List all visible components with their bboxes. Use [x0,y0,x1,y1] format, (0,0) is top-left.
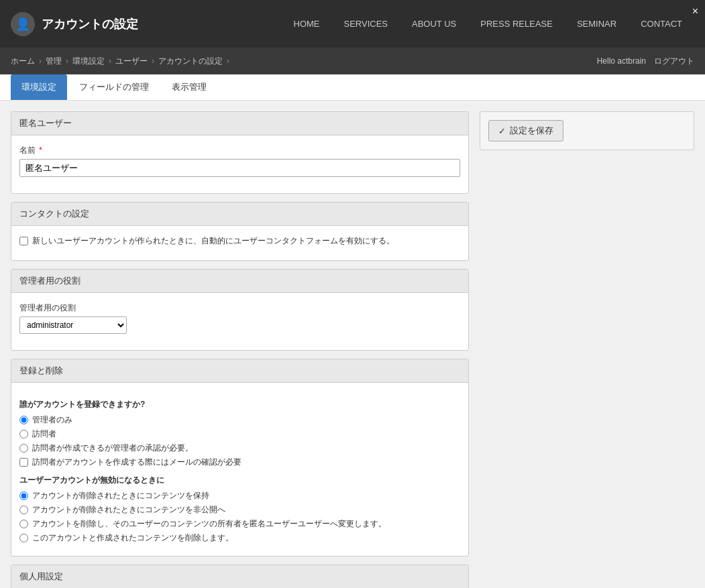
anonymous-section-header: 匿名ユーザー [11,112,468,135]
radio-delete-input[interactable] [19,534,28,542]
admin-role-body: 管理者用の役割 administrator [11,293,468,350]
breadcrumb-sep-1: › [39,56,42,66]
breadcrumb-sep-5: › [227,56,229,66]
breadcrumb: ホーム › 管理 › 環境設定 › ユーザー › アカウントの設定 › Hell… [0,48,705,74]
radio-admin-label: 管理者のみ [32,414,72,426]
radio-visitor-approval: 訪問者が作成できるが管理者の承認が必要。 [19,443,460,454]
contact-section-body: 新しいユーザーアカウントが作られたときに、自動的にユーザーコンタクトフォームを有… [11,226,468,260]
nav-press[interactable]: PRESS RELEASE [468,0,565,48]
breadcrumb-sep-3: › [109,56,111,66]
main-content: 匿名ユーザー 名前 * コンタクトの設定 新しいユーザーアカウントが作られたとき… [0,101,705,588]
admin-role-section: 管理者用の役割 管理者用の役割 administrator [11,269,469,351]
right-column: ✓ 設定を保存 [480,111,694,588]
nav-home[interactable]: HOME [282,0,332,48]
save-button[interactable]: ✓ 設定を保存 [488,120,563,141]
contact-section-header: コンタクトの設定 [11,202,468,226]
top-navigation: 👤 アカウントの設定 HOME SERVICES ABOUT US PRESS … [0,0,705,48]
left-column: 匿名ユーザー 名前 * コンタクトの設定 新しいユーザーアカウントが作られたとき… [11,111,469,588]
breadcrumb-sep-4: › [152,56,154,66]
tab-display[interactable]: 表示管理 [161,74,217,100]
checkbox-visitor-email: 訪問者がアカウントを作成する際にはメールの確認が必要 [19,457,460,468]
personal-header: 個人用設定 [11,565,468,588]
nav-seminar[interactable]: SEMINAR [565,0,629,48]
registration-header: 登録と削除 [11,359,468,383]
nav-contact[interactable]: CONTACT [629,0,694,48]
radio-visitor: 訪問者 [19,428,460,440]
personal-section: 個人用設定 署名の有効化 ユーザーアバターを有効にします。 [11,565,469,588]
save-icon: ✓ [498,126,506,136]
hello-text: Hello actbrain [597,56,646,66]
admin-role-select[interactable]: administrator [19,316,127,334]
name-label: 名前 * [19,145,460,156]
save-label: 設定を保存 [510,125,553,137]
contact-checkbox[interactable] [19,237,28,245]
site-logo: 👤 アカウントの設定 [11,12,138,36]
breadcrumb-home[interactable]: ホーム [11,56,35,67]
nav-about[interactable]: ABOUT US [400,0,468,48]
nav-services[interactable]: SERVICES [332,0,400,48]
radio-keep-input[interactable] [19,491,28,500]
name-input[interactable] [19,159,460,177]
close-icon[interactable]: × [692,5,698,17]
radio-unpublish-input[interactable] [19,506,28,514]
radio-visitor-approval-label: 訪問者が作成できるが管理者の承認が必要。 [32,443,193,454]
radio-visitor-approval-input[interactable] [19,444,28,453]
breadcrumb-user[interactable]: ユーザー [115,56,148,67]
checkbox-visitor-email-label: 訪問者がアカウントを作成する際にはメールの確認が必要 [32,457,241,468]
breadcrumb-env[interactable]: 環境設定 [72,56,105,67]
logout-link[interactable]: ログアウト [654,56,694,67]
radio-anon: アカウントを削除し、そのユーザーのコンテンツの所有者を匿名ユーザーユーザーへ変更… [19,518,460,530]
save-box: ✓ 設定を保存 [480,111,694,150]
tab-environment[interactable]: 環境設定 [11,74,67,100]
registration-section: 登録と削除 誰がアカウントを登録できますか? 管理者のみ 訪問者 訪問者が作成で… [11,359,469,556]
breadcrumb-left: ホーム › 管理 › 環境設定 › ユーザー › アカウントの設定 › [11,56,597,67]
logo-text: アカウントの設定 [42,16,138,32]
logo-icon: 👤 [11,12,35,36]
radio-delete: このアカウントと作成されたコンテンツを削除します。 [19,532,460,544]
contact-checkbox-row: 新しいユーザーアカウントが作られたときに、自動的にユーザーコンタクトフォームを有… [19,235,460,247]
radio-delete-label: このアカウントと作成されたコンテンツを削除します。 [32,532,233,544]
breadcrumb-account[interactable]: アカウントの設定 [158,56,223,67]
admin-role-label: 管理者用の役割 [19,302,460,314]
tabs-bar: 環境設定 フィールドの管理 表示管理 [0,74,705,101]
radio-visitor-input[interactable] [19,430,28,438]
nav-links: HOME SERVICES ABOUT US PRESS RELEASE SEM… [282,0,695,48]
admin-role-header: 管理者用の役割 [11,270,468,293]
radio-visitor-label: 訪問者 [32,428,56,440]
registration-body: 誰がアカウントを登録できますか? 管理者のみ 訪問者 訪問者が作成できるが管理者… [11,383,468,556]
contact-checkbox-label: 新しいユーザーアカウントが作られたときに、自動的にユーザーコンタクトフォームを有… [32,235,394,247]
checkbox-visitor-email-input[interactable] [19,458,28,467]
who-label: 誰がアカウントを登録できますか? [19,399,460,410]
tab-fields[interactable]: フィールドの管理 [68,74,160,100]
radio-unpublish: アカウントが削除されたときにコンテンツを非公開へ [19,504,460,516]
contact-section: コンタクトの設定 新しいユーザーアカウントが作られたときに、自動的にユーザーコン… [11,202,469,261]
anonymous-user-section: 匿名ユーザー 名前 * [11,111,469,194]
breadcrumb-right: Hello actbrain ログアウト [597,56,694,67]
radio-anon-input[interactable] [19,520,28,528]
anonymous-section-body: 名前 * [11,135,468,193]
deactivate-label: ユーザーアカウントが無効になるときに [19,475,460,486]
breadcrumb-admin[interactable]: 管理 [46,56,62,67]
radio-keep: アカウントが削除されたときにコンテンツを保持 [19,490,460,502]
radio-admin-only: 管理者のみ [19,414,460,426]
required-mark: * [39,145,42,155]
radio-admin-input[interactable] [19,416,28,424]
radio-unpublish-label: アカウントが削除されたときにコンテンツを非公開へ [32,504,225,516]
radio-keep-label: アカウントが削除されたときにコンテンツを保持 [32,490,209,502]
name-form-group: 名前 * [19,145,460,177]
breadcrumb-sep-2: › [66,56,68,66]
radio-anon-label: アカウントを削除し、そのユーザーのコンテンツの所有者を匿名ユーザーユーザーへ変更… [32,518,386,530]
admin-role-group: 管理者用の役割 administrator [19,302,460,334]
